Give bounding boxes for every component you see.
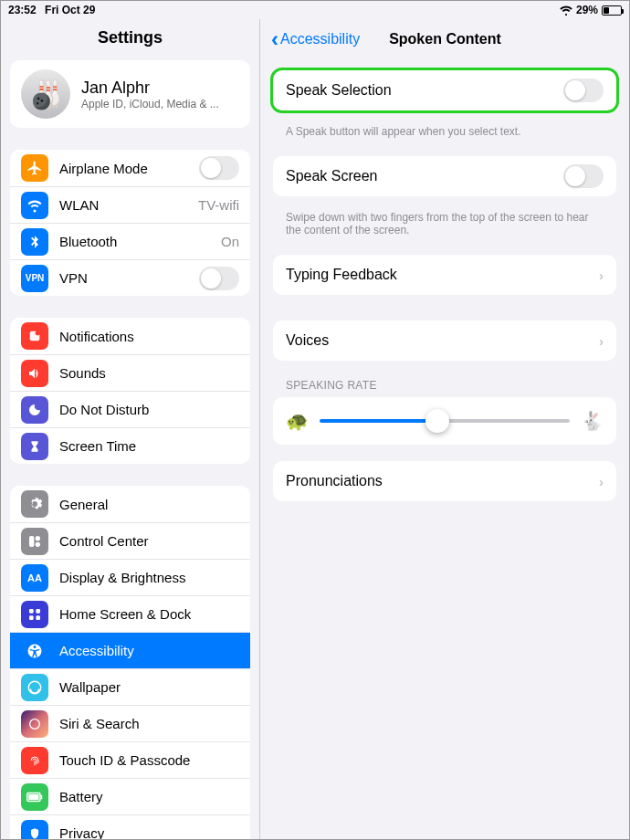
sidebar-item-bluetooth[interactable]: Bluetooth On <box>10 223 250 259</box>
settings-sidebar: Settings 🎳 Jan Alphr Apple ID, iCloud, M… <box>1 19 260 840</box>
speak-selection-row[interactable]: Speak Selection <box>273 70 616 110</box>
battery-percent: 29% <box>576 4 598 16</box>
voices-row[interactable]: Voices › <box>273 320 616 361</box>
sidebar-item-label: Display & Brightness <box>59 570 239 585</box>
speaking-rate-slider[interactable] <box>320 419 570 423</box>
sidebar-item-label: Do Not Disturb <box>59 402 239 417</box>
speak-screen-toggle[interactable] <box>563 164 604 188</box>
profile-name: Jan Alphr <box>81 79 219 98</box>
speak-screen-row[interactable]: Speak Screen <box>273 156 616 196</box>
back-label: Accessibility <box>280 31 360 47</box>
voices-group: Voices › <box>273 320 616 361</box>
sidebar-item-label: Accessibility <box>59 643 239 658</box>
svg-rect-6 <box>36 609 40 614</box>
wallpaper-icon <box>21 674 48 701</box>
sidebar-item-screentime[interactable]: Screen Time <box>10 427 250 464</box>
sidebar-item-value: TV-wifi <box>198 197 239 213</box>
svg-point-12 <box>30 719 40 729</box>
accessibility-icon <box>21 637 48 665</box>
svg-rect-7 <box>29 615 34 620</box>
sidebar-item-label: WLAN <box>59 197 187 213</box>
gear-icon <box>21 490 48 518</box>
pronunciations-group: Pronunciations › <box>273 461 616 501</box>
status-time: 23:52 <box>8 4 37 16</box>
back-button[interactable]: ‹ Accessibility <box>271 31 360 47</box>
speak-screen-hint: Swipe down with two fingers from the top… <box>273 205 616 255</box>
sidebar-item-label: Privacy <box>59 825 239 840</box>
sidebar-item-sounds[interactable]: Sounds <box>10 354 250 391</box>
sidebar-item-vpn[interactable]: VPN VPN <box>10 259 250 296</box>
speak-selection-hint: A Speak button will appear when you sele… <box>273 120 616 156</box>
detail-title: Spoken Content <box>389 31 501 47</box>
sidebar-item-label: Screen Time <box>59 438 239 454</box>
typing-feedback-group: Typing Feedback › <box>273 255 616 295</box>
sidebar-item-label: VPN <box>59 270 188 286</box>
sidebar-item-label: General <box>59 497 239 512</box>
speaking-rate-header: SPEAKING RATE <box>273 370 616 397</box>
sidebar-item-label: Notifications <box>59 329 239 344</box>
sidebar-item-battery[interactable]: Battery <box>10 778 250 814</box>
hand-icon <box>21 820 48 841</box>
avatar: 🎳 <box>21 69 70 119</box>
sidebar-item-value: On <box>221 234 239 249</box>
general-group: General Control Center AA Display & Brig… <box>10 486 250 840</box>
sidebar-item-notifications[interactable]: Notifications <box>10 318 250 354</box>
svg-point-11 <box>28 681 41 694</box>
network-group: Airplane Mode WLAN TV-wifi Bluetooth On … <box>10 150 250 296</box>
status-date: Fri Oct 29 <box>45 4 95 16</box>
status-right: 29% <box>560 4 622 16</box>
typing-feedback-row[interactable]: Typing Feedback › <box>273 255 616 295</box>
svg-rect-14 <box>41 794 43 799</box>
pronunciations-row[interactable]: Pronunciations › <box>273 461 616 501</box>
bluetooth-icon <box>21 228 48 256</box>
status-left: 23:52 Fri Oct 29 <box>8 4 95 16</box>
siri-icon <box>21 710 48 738</box>
sidebar-item-privacy[interactable]: Privacy <box>10 814 250 840</box>
vpn-toggle[interactable] <box>199 267 239 290</box>
airplane-icon <box>21 154 48 182</box>
home-screen-icon <box>21 601 48 628</box>
svg-point-3 <box>36 536 40 541</box>
sidebar-item-wlan[interactable]: WLAN TV-wifi <box>10 186 250 223</box>
airplane-toggle[interactable] <box>199 156 239 180</box>
sidebar-item-siri[interactable]: Siri & Search <box>10 705 250 741</box>
sidebar-item-touch-id[interactable]: Touch ID & Passcode <box>10 741 250 778</box>
chevron-right-icon: › <box>599 474 604 489</box>
sidebar-item-display[interactable]: AA Display & Brightness <box>10 559 250 595</box>
sounds-icon <box>21 360 48 387</box>
sidebar-title: Settings <box>1 19 259 60</box>
sidebar-item-general[interactable]: General <box>10 486 250 522</box>
sidebar-item-label: Airplane Mode <box>59 161 188 176</box>
svg-point-1 <box>36 331 40 335</box>
sidebar-item-label: Bluetooth <box>59 234 210 249</box>
profile-row[interactable]: 🎳 Jan Alphr Apple ID, iCloud, Media & ..… <box>10 60 250 128</box>
detail-header: ‹ Accessibility Spoken Content <box>260 19 629 59</box>
fingerprint-icon <box>21 747 48 774</box>
sidebar-item-home-screen[interactable]: Home Screen & Dock <box>10 595 250 632</box>
sidebar-item-airplane[interactable]: Airplane Mode <box>10 150 250 186</box>
sidebar-scroll[interactable]: 🎳 Jan Alphr Apple ID, iCloud, Media & ..… <box>1 60 259 840</box>
tortoise-icon: 🐢 <box>286 410 309 432</box>
svg-rect-15 <box>28 794 38 800</box>
sidebar-item-label: Wallpaper <box>59 679 239 695</box>
sidebar-item-wallpaper[interactable]: Wallpaper <box>10 668 250 705</box>
moon-icon <box>21 396 48 424</box>
sidebar-item-control-center[interactable]: Control Center <box>10 522 250 559</box>
speak-selection-toggle[interactable] <box>563 79 604 102</box>
chevron-right-icon: › <box>599 333 604 349</box>
status-bar: 23:52 Fri Oct 29 29% <box>1 1 629 19</box>
battery-icon <box>602 5 622 16</box>
detail-scroll[interactable]: Speak Selection A Speak button will appe… <box>260 59 629 840</box>
speak-screen-group: Speak Screen <box>273 156 616 196</box>
detail-pane: ‹ Accessibility Spoken Content Speak Sel… <box>260 19 629 840</box>
control-center-icon <box>21 528 48 555</box>
sidebar-item-accessibility[interactable]: Accessibility <box>10 632 250 668</box>
sidebar-item-label: Home Screen & Dock <box>59 606 239 622</box>
svg-rect-2 <box>29 536 34 547</box>
wifi-icon <box>560 5 572 16</box>
svg-rect-5 <box>29 609 34 614</box>
sidebar-item-dnd[interactable]: Do Not Disturb <box>10 391 250 427</box>
sidebar-item-label: Sounds <box>59 365 239 381</box>
row-label: Pronunciations <box>286 473 588 489</box>
hare-icon: 🐇 <box>581 410 604 432</box>
